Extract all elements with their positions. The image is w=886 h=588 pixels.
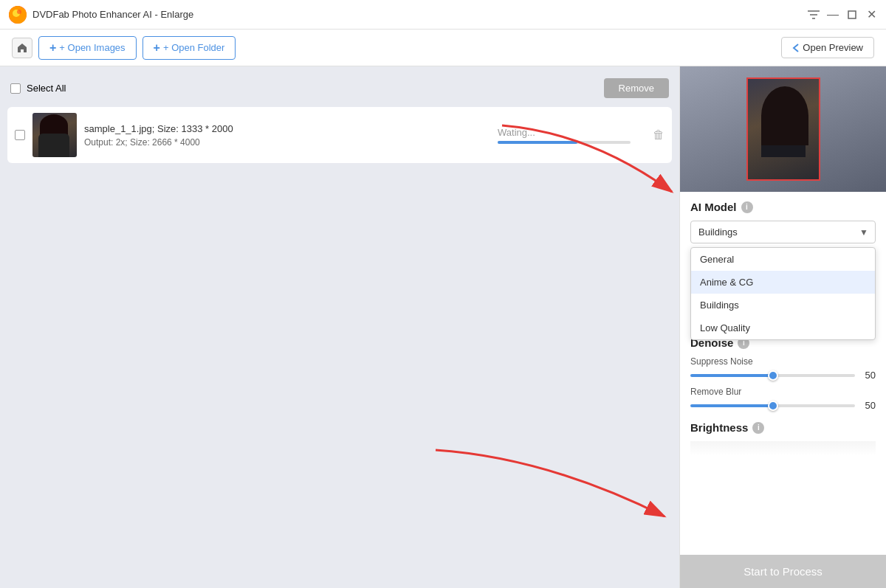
dropdown-item-buildings[interactable]: Buildings [691,294,875,317]
delete-file-button[interactable]: 🗑 [653,128,664,142]
thumbnail-image [32,113,77,157]
progress-bar-background [498,141,631,144]
toolbar-right: Open Preview [781,37,874,58]
right-panel: AI Model i General Anime & CG Buildings … [679,66,886,588]
file-info: sample_1_1.jpg; Size: 1333 * 2000 Output… [84,123,490,148]
ai-model-dropdown-wrapper: General Anime & CG Buildings Low Quality… [690,221,876,243]
dropdown-menu: General Anime & CG Buildings Low Quality [690,247,876,340]
open-preview-button[interactable]: Open Preview [781,37,874,58]
select-all-label: Select All [27,83,66,94]
suppress-noise-slider[interactable] [690,374,855,377]
select-all-checkbox[interactable] [10,83,21,94]
brightness-partial-content [690,441,876,456]
brightness-title: Brightness [690,421,748,434]
toolbar: + + Open Images + + Open Folder Open Pre… [0,30,886,66]
remove-blur-slider[interactable] [690,404,855,407]
filter-icon[interactable] [808,9,820,21]
app-logo [9,6,27,24]
denoise-section: Denoise i Suppress Noise 50 Remove Blur … [690,336,876,411]
file-status: Wating... [498,127,535,138]
title-bar: DVDFab Photo Enhancer AI - Enlarge — ✕ [0,0,886,30]
file-item: sample_1_1.jpg; Size: 1333 * 2000 Output… [7,107,672,163]
minimize-button[interactable]: — [827,9,839,21]
brightness-section: Brightness i [690,421,876,456]
progress-bar-fill [498,141,577,144]
plus-icon: + [154,41,160,55]
suppress-noise-label: Suppress Noise [690,356,876,367]
file-thumbnail [32,113,77,157]
chevron-left-icon [792,43,800,53]
left-panel: Select All Remove sample_1_1.jpg; Size: … [0,66,679,588]
ai-model-info-icon[interactable]: i [741,201,753,213]
open-folder-button[interactable]: + + Open Folder [142,36,236,60]
close-button[interactable]: ✕ [865,9,877,21]
maximize-button[interactable] [846,9,858,21]
select-all-bar: Select All Remove [7,74,672,103]
svg-point-2 [17,10,21,14]
right-panel-content: AI Model i General Anime & CG Buildings … [680,192,886,555]
window-controls[interactable]: — ✕ [808,9,877,21]
remove-blur-value: 50 [861,400,876,411]
open-preview-label: Open Preview [803,42,863,53]
preview-area [680,66,886,192]
ai-model-dropdown[interactable]: General Anime & CG Buildings Low Quality [690,221,876,243]
file-output-info: Output: 2x; Size: 2666 * 4000 [84,137,490,148]
dropdown-item-anime[interactable]: Anime & CG [691,271,875,294]
dropdown-item-general[interactable]: General [691,248,875,271]
file-name: sample_1_1.jpg; Size: 1333 * 2000 [84,123,490,134]
start-process-button[interactable]: Start to Process [680,555,886,588]
app-title: DVDFab Photo Enhancer AI - Enlarge [32,9,193,20]
svg-rect-6 [848,11,856,18]
dropdown-item-lowquality[interactable]: Low Quality [691,317,875,339]
suppress-noise-slider-row: 50 [690,370,876,381]
open-images-button[interactable]: + + Open Images [38,36,137,60]
suppress-noise-value: 50 [861,370,876,381]
main-layout: Select All Remove sample_1_1.jpg; Size: … [0,66,886,588]
home-button[interactable] [12,38,32,58]
arrow-annotation-2 [413,435,679,531]
ai-model-title: AI Model [690,201,737,213]
remove-button[interactable]: Remove [604,78,669,98]
plus-icon: + [49,41,56,55]
title-bar-left: DVDFab Photo Enhancer AI - Enlarge [9,6,193,24]
file-status-area: Wating... [498,127,645,144]
open-folder-label: + Open Folder [163,42,224,53]
portrait-hair [761,86,808,145]
remove-blur-slider-row: 50 [690,400,876,411]
preview-background [680,66,886,192]
brightness-section-header: Brightness i [690,421,876,434]
ai-model-section-header: AI Model i [690,201,876,213]
preview-image [746,77,820,181]
file-checkbox[interactable] [15,130,25,140]
remove-blur-label: Remove Blur [690,387,876,397]
open-images-label: + Open Images [59,42,125,53]
brightness-info-icon[interactable]: i [752,422,764,434]
